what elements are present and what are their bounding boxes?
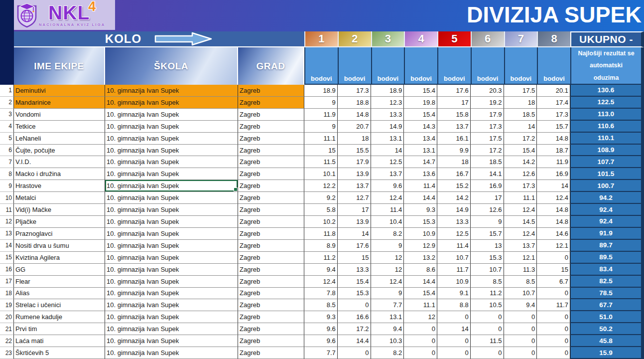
score-cell-round-8[interactable]: 14.8 bbox=[537, 216, 570, 228]
score-cell-round-2[interactable]: 13.7 bbox=[338, 180, 371, 192]
city-cell[interactable]: Zagreb bbox=[238, 323, 304, 335]
points-subheader-round-2[interactable]: bodovi bbox=[338, 47, 371, 85]
score-cell-round-1[interactable]: 12.4 bbox=[304, 276, 338, 288]
score-cell-round-7[interactable]: 13.7 bbox=[504, 240, 537, 252]
score-cell-round-7[interactable]: 17.3 bbox=[504, 180, 537, 192]
score-cell-round-7[interactable]: 10.7 bbox=[504, 288, 537, 300]
school-cell[interactable]: 10. gimnazija Ivan Supek bbox=[105, 109, 238, 121]
score-cell-round-3[interactable]: 9.4 bbox=[371, 323, 404, 335]
city-cell[interactable]: Zagreb bbox=[238, 288, 304, 300]
school-cell[interactable]: 10. gimnazija Ivan Supek bbox=[105, 299, 238, 311]
points-subheader-round-7[interactable]: bodovi bbox=[504, 47, 537, 85]
score-cell-round-7[interactable]: 0 bbox=[504, 323, 537, 335]
city-cell[interactable]: Zagreb bbox=[238, 156, 304, 168]
score-cell-round-2[interactable]: 18 bbox=[338, 133, 371, 145]
row-number-cell[interactable]: 11 bbox=[0, 204, 14, 216]
score-cell-round-7[interactable]: 14.2 bbox=[504, 156, 537, 168]
score-cell-round-5[interactable]: 0 bbox=[437, 335, 471, 347]
team-name-cell[interactable]: Strelac i učenici bbox=[14, 299, 105, 311]
score-cell-round-5[interactable]: 10.7 bbox=[437, 252, 471, 264]
total-cell[interactable]: 45.8 bbox=[570, 335, 644, 347]
row-number-cell[interactable]: 21 bbox=[0, 323, 14, 335]
score-cell-round-5[interactable]: 12.5 bbox=[437, 228, 471, 240]
score-cell-round-3[interactable]: 12 bbox=[371, 264, 404, 276]
score-cell-round-2[interactable]: 0 bbox=[338, 299, 371, 311]
city-cell[interactable]: Zagreb bbox=[238, 228, 304, 240]
score-cell-round-3[interactable]: 13.1 bbox=[371, 133, 404, 145]
score-cell-round-8[interactable]: 0 bbox=[537, 288, 570, 300]
score-cell-round-4[interactable]: 9.3 bbox=[404, 204, 437, 216]
score-cell-round-5[interactable]: 9.1 bbox=[437, 288, 471, 300]
score-cell-round-7[interactable]: 17.5 bbox=[504, 85, 537, 97]
score-cell-round-6[interactable]: 17 bbox=[471, 192, 504, 204]
score-cell-round-5[interactable]: 14 bbox=[437, 323, 471, 335]
score-cell-round-6[interactable]: 0 bbox=[471, 323, 504, 335]
score-cell-round-2[interactable]: 17 bbox=[338, 204, 371, 216]
score-cell-round-3[interactable]: 7.7 bbox=[371, 299, 404, 311]
score-cell-round-5[interactable]: 17 bbox=[437, 97, 471, 109]
score-cell-round-4[interactable]: 15.3 bbox=[404, 216, 437, 228]
score-cell-round-7[interactable]: 0 bbox=[504, 311, 537, 323]
school-cell[interactable]: 10. gimnazija Ivan Supek bbox=[105, 85, 238, 97]
score-cell-round-8[interactable]: 16.9 bbox=[537, 168, 570, 180]
score-cell-round-3[interactable]: 8.2 bbox=[371, 228, 404, 240]
team-name-cell[interactable]: Vid(i) Mačke bbox=[14, 204, 105, 216]
row-number-cell[interactable]: 5 bbox=[0, 133, 14, 145]
column-header-city[interactable]: GRAD bbox=[238, 47, 304, 85]
total-cell[interactable]: 50.2 bbox=[570, 323, 644, 335]
score-cell-round-4[interactable]: 0 bbox=[404, 323, 437, 335]
row-number-cell[interactable]: 7 bbox=[0, 156, 14, 168]
score-cell-round-5[interactable]: 10.9 bbox=[437, 276, 471, 288]
score-cell-round-1[interactable]: 9.2 bbox=[304, 192, 338, 204]
score-cell-round-2[interactable]: 17.6 bbox=[338, 240, 371, 252]
score-cell-round-6[interactable]: 11.2 bbox=[471, 288, 504, 300]
city-cell[interactable]: Zagreb bbox=[238, 252, 304, 264]
score-cell-round-4[interactable]: 13.4 bbox=[404, 133, 437, 145]
city-cell[interactable]: Zagreb bbox=[238, 180, 304, 192]
score-cell-round-4[interactable]: 14.4 bbox=[404, 276, 437, 288]
score-cell-round-6[interactable]: 10.7 bbox=[471, 264, 504, 276]
score-cell-round-2[interactable]: 13.9 bbox=[338, 216, 371, 228]
score-cell-round-8[interactable]: 18.7 bbox=[537, 145, 570, 157]
kolo-header-cell[interactable]: KOLO bbox=[14, 31, 304, 47]
score-cell-round-1[interactable]: 7.8 bbox=[304, 288, 338, 300]
round-header-7[interactable]: 7 bbox=[504, 31, 537, 47]
score-cell-round-2[interactable]: 20.7 bbox=[338, 121, 371, 133]
round-header-4[interactable]: 4 bbox=[404, 31, 437, 47]
score-cell-round-5[interactable]: 11.4 bbox=[437, 240, 471, 252]
team-name-cell[interactable]: Laća mati bbox=[14, 335, 105, 347]
team-name-cell[interactable]: Hrastove bbox=[14, 180, 105, 192]
team-name-cell[interactable]: Kviztina Agilera bbox=[14, 252, 105, 264]
score-cell-round-3[interactable]: 12.4 bbox=[371, 192, 404, 204]
score-cell-round-1[interactable]: 11.1 bbox=[304, 133, 338, 145]
score-cell-round-7[interactable]: 11.1 bbox=[504, 192, 537, 204]
score-cell-round-7[interactable]: 17.2 bbox=[504, 133, 537, 145]
team-name-cell[interactable]: V.I.D. bbox=[14, 156, 105, 168]
score-cell-round-1[interactable]: 9 bbox=[304, 97, 338, 109]
score-cell-round-4[interactable]: 12 bbox=[404, 311, 437, 323]
score-cell-round-7[interactable]: 18 bbox=[504, 97, 537, 109]
score-cell-round-3[interactable]: 9.6 bbox=[371, 180, 404, 192]
score-cell-round-7[interactable]: 18.5 bbox=[504, 109, 537, 121]
score-cell-round-5[interactable]: 15.2 bbox=[437, 180, 471, 192]
city-cell[interactable]: Zagreb bbox=[238, 311, 304, 323]
score-cell-round-2[interactable]: 15.3 bbox=[338, 288, 371, 300]
total-cell[interactable]: 92.4 bbox=[570, 216, 644, 228]
school-cell[interactable]: 10. gimnazija Ivan Supek bbox=[105, 264, 238, 276]
score-cell-round-2[interactable]: 12.7 bbox=[338, 192, 371, 204]
team-name-cell[interactable]: Praznoglavci bbox=[14, 228, 105, 240]
score-cell-round-1[interactable]: 8.9 bbox=[304, 240, 338, 252]
score-cell-round-1[interactable]: 5.8 bbox=[304, 204, 338, 216]
score-cell-round-2[interactable]: 14.4 bbox=[338, 335, 371, 347]
row-number-cell[interactable]: 16 bbox=[0, 264, 14, 276]
row-number-cell[interactable]: 12 bbox=[0, 216, 14, 228]
school-cell[interactable]: 10. gimnazija Ivan Supek bbox=[105, 240, 238, 252]
score-cell-round-7[interactable]: 12.4 bbox=[504, 228, 537, 240]
score-cell-round-8[interactable]: 12.1 bbox=[537, 240, 570, 252]
score-cell-round-8[interactable]: 14.6 bbox=[537, 228, 570, 240]
score-cell-round-2[interactable]: 14.8 bbox=[338, 109, 371, 121]
score-cell-round-4[interactable]: 14.4 bbox=[404, 192, 437, 204]
city-cell[interactable]: Zagreb bbox=[238, 168, 304, 180]
score-cell-round-7[interactable]: 0 bbox=[504, 347, 537, 359]
score-cell-round-3[interactable]: 14 bbox=[371, 145, 404, 157]
